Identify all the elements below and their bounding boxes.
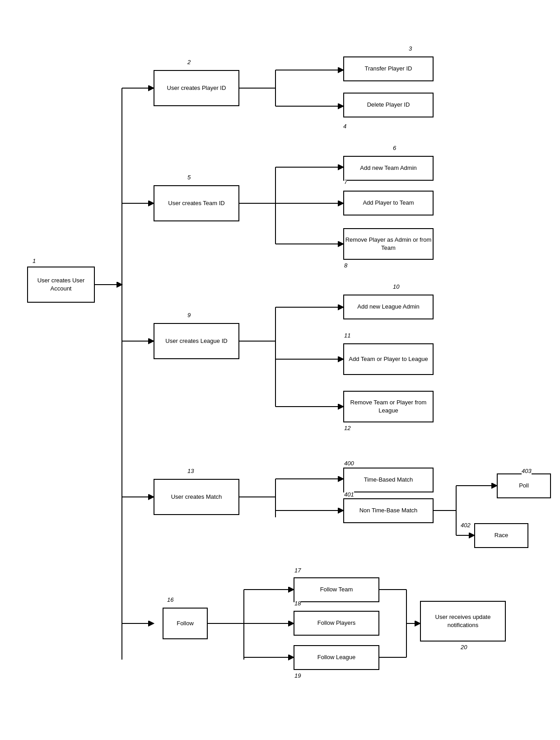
num-add-team-admin: 6 — [393, 145, 396, 151]
num-follow: 16 — [167, 596, 173, 603]
num-remove-team-league: 12 — [344, 425, 350, 431]
num-match: 13 — [187, 468, 194, 474]
node-notifications: User receives update notifications — [420, 601, 506, 642]
num-follow-players: 18 — [294, 600, 301, 607]
num-league-id: 9 — [187, 312, 191, 318]
node-non-time-match: Non Time-Base Match — [343, 498, 434, 523]
node-follow-league: Follow League — [294, 645, 379, 670]
node-time-match: Time-Based Match — [343, 468, 434, 492]
node-add-team-league: Add Team or Player to League — [343, 343, 434, 375]
num-player-id: 2 — [187, 59, 191, 66]
num-notifications: 20 — [461, 644, 467, 651]
node-remove-player: Remove Player as Admin or from Team — [343, 228, 434, 260]
node-delete-player: Delete Player ID — [343, 93, 434, 117]
num-follow-team: 17 — [294, 567, 301, 574]
node-league-id: User creates League ID — [154, 323, 239, 359]
num-time-match: 400 — [344, 460, 354, 467]
num-add-player-team: 7 — [344, 178, 347, 185]
num-user-account: 1 — [33, 258, 36, 264]
node-add-team-admin: Add new Team Admin — [343, 156, 434, 181]
node-poll: Poll — [497, 473, 551, 498]
node-add-league-admin: Add new League Admin — [343, 295, 434, 319]
num-add-team-league: 11 — [344, 332, 350, 339]
node-team-id: User creates Team ID — [154, 185, 239, 221]
node-match: User creates Match — [154, 479, 239, 515]
node-follow-team: Follow Team — [294, 577, 379, 602]
num-poll: 403 — [522, 468, 532, 474]
num-follow-league: 19 — [294, 672, 301, 679]
node-player-id: User creates Player ID — [154, 70, 239, 106]
node-remove-team-league: Remove Team or Player from League — [343, 391, 434, 422]
num-transfer-player: 3 — [409, 45, 412, 52]
num-non-time-match: 401 — [344, 491, 354, 498]
num-race: 402 — [461, 522, 471, 529]
node-transfer-player: Transfer Player ID — [343, 56, 434, 81]
node-add-player-team: Add Player to Team — [343, 191, 434, 215]
num-delete-player: 4 — [343, 123, 346, 130]
node-follow: Follow — [163, 608, 208, 639]
node-follow-players: Follow Players — [294, 611, 379, 636]
diagram-container: User creates User Account 1 User creates… — [0, 0, 560, 740]
num-remove-player: 8 — [344, 262, 347, 269]
num-team-id: 5 — [187, 174, 191, 181]
node-race: Race — [474, 523, 528, 548]
num-add-league-admin: 10 — [393, 283, 399, 290]
node-user-account: User creates User Account — [27, 267, 95, 303]
